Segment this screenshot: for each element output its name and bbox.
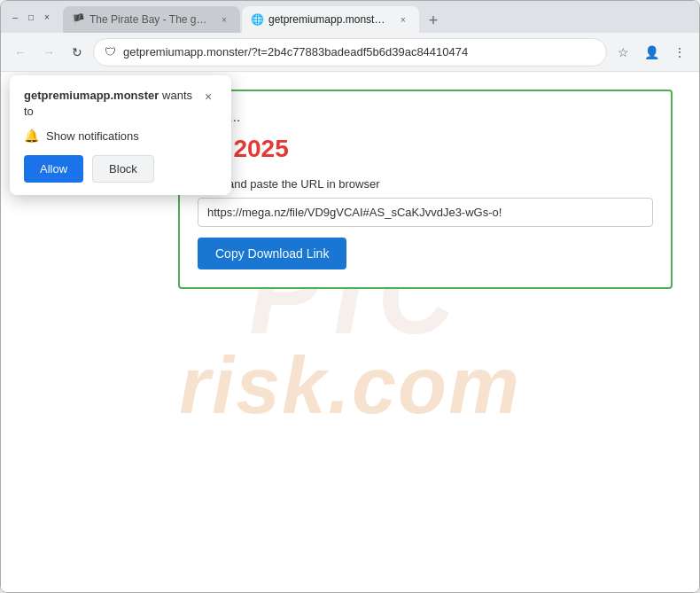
reload-icon: ↻ [72, 45, 82, 59]
allow-button[interactable]: Allow [24, 155, 83, 183]
watermark-bottom: risk.com [179, 346, 521, 425]
tab-2-close[interactable]: × [396, 12, 410, 27]
url-label: Copy and paste the URL in browser [198, 177, 653, 191]
maximize-button[interactable]: □ [24, 10, 38, 24]
tab-2-label: getpremiumapp.monster/?t=2… [268, 13, 391, 26]
title-bar: – □ × 🏴 The Pirate Bay - The galaxy's m … [1, 1, 699, 33]
profile-icon: 👤 [644, 45, 659, 59]
popup-notification-row: 🔔 Show notifications [24, 129, 217, 143]
close-window-button[interactable]: × [40, 10, 54, 24]
address-text: getpremiumapp.monster/?t=2b4c77883badead… [123, 45, 595, 59]
new-tab-button[interactable]: + [421, 8, 446, 33]
minimize-button[interactable]: – [8, 10, 22, 24]
tab-2[interactable]: 🌐 getpremiumapp.monster/?t=2… × [242, 6, 419, 33]
back-button[interactable]: ← [8, 40, 33, 65]
more-icon: ⋮ [673, 45, 686, 59]
url-display: https://mega.nz/file/VD9gVCAI#AS_sCaKJvv… [198, 198, 653, 227]
lock-icon: 🛡 [105, 45, 116, 59]
popup-title: getpremiumapp.monster wants to [24, 88, 192, 120]
tab-1[interactable]: 🏴 The Pirate Bay - The galaxy's m × [63, 6, 240, 33]
page-content: PTC risk.com getpremiumapp.monster wants… [1, 72, 699, 592]
popup-header: getpremiumapp.monster wants to × [24, 88, 217, 120]
nav-bar: ← → ↻ 🛡 getpremiumapp.monster/?t=2b4c778… [1, 33, 699, 72]
back-icon: ← [14, 45, 27, 59]
bell-icon: 🔔 [24, 129, 39, 143]
browser-window: – □ × 🏴 The Pirate Bay - The galaxy's m … [0, 0, 700, 593]
notification-popup: getpremiumapp.monster wants to × 🔔 Show … [10, 75, 231, 195]
tab-1-favicon: 🏴 [72, 13, 84, 26]
tab-1-label: The Pirate Bay - The galaxy's m [89, 13, 212, 26]
profile-button[interactable]: 👤 [639, 40, 664, 65]
popup-close-button[interactable]: × [199, 88, 217, 105]
loading-text: ...ady... [198, 109, 653, 124]
address-bar[interactable]: 🛡 getpremiumapp.monster/?t=2b4c77883bade… [93, 38, 607, 66]
reload-button[interactable]: ↻ [65, 40, 89, 65]
bookmark-button[interactable]: ☆ [611, 40, 635, 65]
tab-1-close[interactable]: × [217, 12, 231, 27]
block-button[interactable]: Block [92, 155, 154, 183]
star-icon: ☆ [618, 45, 629, 59]
popup-site-name: getpremiumapp.monster [24, 89, 159, 102]
site-card: ...ady... is: 2025 Copy and paste the UR… [178, 90, 673, 289]
forward-icon: → [43, 45, 55, 59]
window-controls: – □ × [8, 10, 54, 24]
popup-buttons: Allow Block [24, 155, 217, 183]
forward-button[interactable]: → [36, 40, 61, 65]
copy-download-link-button[interactable]: Copy Download Link [198, 238, 346, 269]
tab-2-favicon: 🌐 [251, 13, 263, 26]
close-icon: × [205, 90, 212, 104]
notification-text: Show notifications [46, 129, 139, 143]
menu-button[interactable]: ⋮ [667, 40, 692, 65]
year-text: is: 2025 [198, 135, 653, 163]
tab-bar: 🏴 The Pirate Bay - The galaxy's m × 🌐 ge… [63, 1, 692, 33]
